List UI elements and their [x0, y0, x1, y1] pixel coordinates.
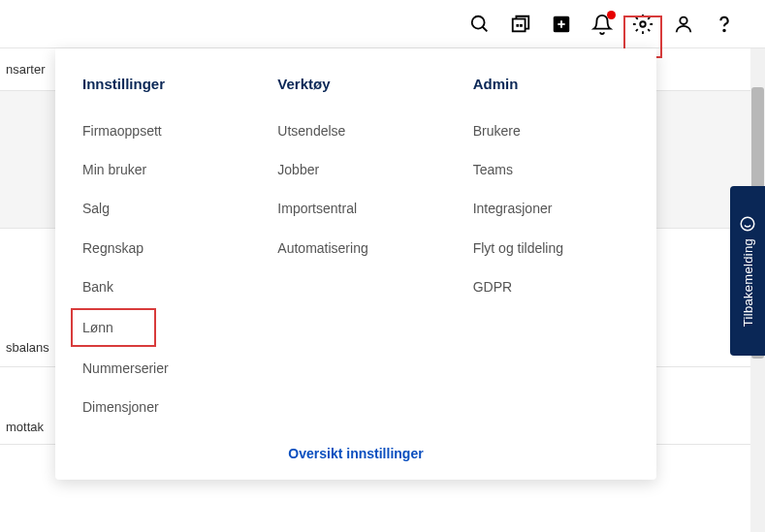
menu-item-integrasjoner[interactable]: Integrasjoner [473, 189, 629, 228]
settings-column-innstillinger: Innstillinger Firmaoppsett Min bruker Sa… [82, 76, 239, 426]
feedback-label: Tilbakemelding [741, 238, 755, 327]
overview-settings-link[interactable]: Oversikt innstillinger [288, 446, 423, 461]
menu-item-flyt-tildeling[interactable]: Flyt og tildeling [473, 229, 629, 267]
svg-point-0 [472, 16, 485, 28]
menu-item-brukere[interactable]: Brukere [473, 111, 629, 150]
bg-label: nsarter [6, 62, 45, 77]
menu-item-gdpr[interactable]: GDPR [473, 267, 629, 306]
menu-item-teams[interactable]: Teams [473, 150, 629, 189]
column-header: Innstillinger [82, 76, 239, 92]
svg-point-8 [640, 21, 646, 27]
add-icon[interactable] [550, 13, 573, 36]
menu-item-importsentral[interactable]: Importsentral [277, 189, 433, 228]
feedback-tab[interactable]: Tilbakemelding [730, 186, 765, 356]
search-icon[interactable] [468, 13, 492, 36]
menu-item-salg[interactable]: Salg [82, 189, 239, 228]
smiley-icon [739, 215, 756, 233]
svg-line-1 [483, 26, 488, 31]
notification-icon[interactable] [590, 13, 614, 36]
profile-icon[interactable] [672, 13, 695, 36]
column-header: Admin [473, 76, 629, 92]
menu-item-lonn[interactable]: Lønn [71, 308, 156, 347]
menu-item-bank[interactable]: Bank [82, 267, 239, 306]
settings-column-admin: Admin Brukere Teams Integrasjoner Flyt o… [473, 76, 629, 426]
menu-item-automatisering[interactable]: Automatisering [277, 229, 433, 267]
svg-point-10 [723, 29, 724, 30]
svg-rect-3 [516, 24, 519, 27]
menu-item-firmaoppsett[interactable]: Firmaoppsett [82, 111, 239, 150]
help-icon[interactable] [713, 13, 736, 36]
column-header: Verktøy [277, 76, 433, 92]
svg-point-11 [741, 217, 754, 231]
menu-item-nummerserier[interactable]: Nummerserier [82, 349, 239, 388]
svg-point-9 [680, 16, 686, 23]
menu-item-regnskap[interactable]: Regnskap [82, 229, 239, 267]
bg-label: mottak [6, 420, 44, 434]
switch-company-icon[interactable] [509, 13, 532, 36]
notification-badge [607, 11, 616, 19]
svg-rect-4 [520, 24, 523, 27]
menu-item-utsendelse[interactable]: Utsendelse [277, 111, 433, 150]
menu-item-dimensjoner[interactable]: Dimensjoner [82, 388, 239, 426]
header [0, 0, 765, 48]
settings-column-verktoy: Verktøy Utsendelse Jobber Importsentral … [277, 76, 433, 426]
settings-dropdown: Innstillinger Firmaoppsett Min bruker Sa… [55, 48, 656, 480]
menu-item-min-bruker[interactable]: Min bruker [82, 150, 239, 189]
bg-label: sbalans [6, 340, 49, 355]
menu-item-jobber[interactable]: Jobber [277, 150, 433, 189]
settings-icon[interactable] [631, 13, 654, 36]
